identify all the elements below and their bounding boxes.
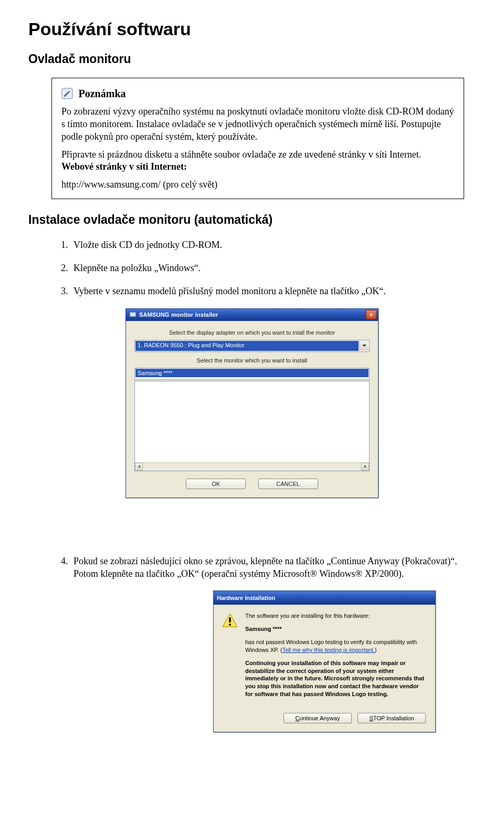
chevron-down-icon[interactable] [359, 341, 369, 351]
svg-rect-3 [229, 617, 230, 623]
warning-icon [222, 613, 238, 628]
step-1: Vložte disk CD do jednotky CD-ROM. [70, 239, 476, 251]
hardware-warning-titlebar[interactable]: Hardware Installation [214, 591, 435, 605]
warning-hardware-name: Samsung **** [245, 625, 426, 633]
svg-rect-1 [130, 312, 136, 317]
horizontal-scrollbar[interactable] [135, 462, 369, 471]
monitor-selected-value: Samsung **** [135, 369, 369, 377]
note-label: Poznámka [79, 87, 126, 100]
close-icon: × [370, 312, 373, 318]
continue-anyway-label-rest: ontinue Anyway [299, 715, 340, 721]
warning-bold-text: Continuing your installation of this sof… [245, 659, 426, 698]
monitor-selected-row[interactable]: Samsung **** [134, 368, 370, 380]
svg-rect-2 [132, 317, 134, 318]
installer-titlebar[interactable]: SAMSUNG monitor installer × [126, 309, 378, 321]
close-button[interactable]: × [366, 310, 376, 319]
step-4: Pokud se zobrazí následující okno se zpr… [70, 555, 476, 581]
scroll-left-button[interactable] [135, 463, 143, 471]
warning-message: The software you are installing for this… [245, 612, 426, 703]
note-url: http://www.samsung.com/ (pro celý svět) [61, 179, 454, 191]
ok-button[interactable]: OK [186, 479, 246, 489]
note-paragraph-2a: Připravte si prázdnou disketu a stáhněte… [61, 149, 454, 161]
hardware-warning-title: Hardware Installation [217, 595, 275, 601]
installer-body: Select the display adapter on which you … [126, 321, 378, 498]
instructions-heading: Instalace ovladače monitoru (automatická… [28, 213, 476, 227]
installer-dialog: SAMSUNG monitor installer × Select the d… [125, 308, 379, 498]
stop-installation-button[interactable]: STOP Installation [358, 713, 426, 723]
steps-list: Vložte disk CD do jednotky CD-ROM. Klepn… [51, 239, 476, 298]
note-paragraph-2b: Webové stránky v síti Internet: [61, 161, 454, 173]
warning-line-1: The software you are installing for this… [245, 612, 426, 620]
monitor-listbox[interactable] [134, 381, 370, 471]
adapter-combobox[interactable]: 1. RADEON 9550 : Plug and Play Monitor [134, 340, 370, 352]
scroll-track[interactable] [143, 463, 361, 471]
pencil-note-icon [61, 88, 73, 99]
note-box: Poznámka Po zobrazení výzvy operačního s… [51, 78, 464, 199]
note-paragraph-1: Po zobrazení výzvy operačního systému na… [61, 106, 454, 143]
warning-line-2: has not passed Windows Logo testing to v… [245, 638, 426, 654]
warning-line-2b: ) [375, 647, 377, 653]
section-subtitle: Ovladač monitoru [28, 52, 476, 66]
installer-title: SAMSUNG monitor installer [139, 312, 366, 318]
scroll-right-button[interactable] [361, 463, 369, 471]
continue-anyway-button[interactable]: Continue Anyway [284, 713, 352, 723]
svg-point-4 [229, 624, 231, 626]
document-page: Používání softwaru Ovladač monitoru Pozn… [0, 0, 504, 829]
stop-installation-label-rest: TOP Installation [373, 715, 414, 721]
page-title: Používání softwaru [28, 19, 476, 39]
steps-list-continued: Pokud se zobrazí následující okno se zpr… [51, 555, 476, 581]
app-icon [129, 311, 136, 318]
monitor-label: Select the monitor which you want to ins… [134, 357, 370, 364]
hardware-warning-button-row: Continue Anyway STOP Installation [222, 703, 426, 724]
cancel-button[interactable]: CANCEL [258, 479, 318, 489]
installer-button-row: OK CANCEL [134, 471, 370, 490]
adapter-selected-value: 1. RADEON 9550 : Plug and Play Monitor [135, 341, 359, 351]
hardware-warning-dialog: Hardware Installation The software you a… [213, 590, 436, 732]
hardware-warning-body: The software you are installing for this… [214, 605, 435, 732]
step-3: Vyberte v seznamu modelů příslušný model… [70, 285, 476, 297]
adapter-label: Select the display adapter on which you … [134, 329, 370, 336]
why-testing-link[interactable]: Tell me why this testing is important. [282, 647, 375, 653]
step-2: Klepněte na položku „Windows“. [70, 262, 476, 274]
